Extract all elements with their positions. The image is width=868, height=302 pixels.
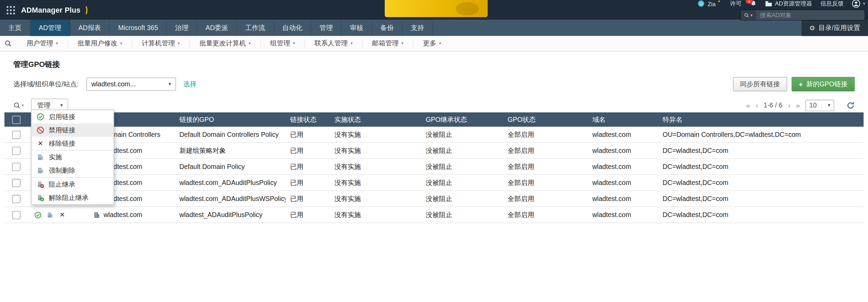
column-header-linked-gpo[interactable]: 链接的GPO: [175, 115, 286, 125]
sync-all-links-button[interactable]: 同步所有链接: [733, 77, 787, 91]
row-checkbox[interactable]: [12, 146, 20, 155]
domain-selector-row: 选择域/组织单位/站点: wladtest.com... ▾ 选择 同步所有链接…: [4, 77, 864, 91]
menu-item-block-inheritance[interactable]: 阻止继承: [31, 177, 113, 191]
row-distinguished-name: DC=wladtest,DC=com: [658, 147, 864, 155]
tab-governance[interactable]: 治理: [167, 20, 197, 36]
user-menu-button[interactable]: ▾: [852, 0, 865, 8]
column-header-domain[interactable]: 域名: [588, 115, 658, 125]
tab-ad-management[interactable]: AD管理: [30, 20, 70, 36]
select-link[interactable]: 选择: [183, 80, 197, 89]
table-header-row: 链接的GPO 链接状态 实施状态 GPO继承状态 GPO状态 域名 特异名: [4, 112, 864, 127]
tab-admin[interactable]: 管理: [311, 20, 342, 36]
tab-home[interactable]: 主页: [0, 20, 30, 36]
table-row[interactable]: ✕ wladtest.com 新建组策略对象 已用 没有实施 没被阻止 全部启用…: [4, 143, 864, 159]
domain-app-settings-button[interactable]: ⚙ 目录/应用设置: [801, 20, 868, 36]
row-checkbox[interactable]: [12, 211, 20, 219]
zia-button[interactable]: Zia ✦: [698, 0, 722, 7]
menu-item-disable-link[interactable]: 禁用链接: [31, 124, 113, 137]
page-size-dropdown[interactable]: 10 ▾: [806, 99, 834, 111]
row-checkbox-cell: [4, 162, 28, 171]
row-distinguished-name: DC=wladtest,DC=com: [658, 163, 864, 171]
subnav-item-more[interactable]: 更多▾: [413, 39, 451, 47]
subnav-search-button[interactable]: [4, 40, 12, 47]
subnav-item-contact-management[interactable]: 联系人管理▾: [304, 39, 362, 47]
tab-audit[interactable]: 审核: [342, 20, 372, 36]
table-body: ✕ Domain Controllers Default Domain Cont…: [4, 127, 864, 223]
row-gpo-status: 全部启用: [503, 210, 588, 220]
enable-link-icon[interactable]: [34, 211, 42, 218]
row-gpo-status: 全部启用: [503, 162, 588, 172]
apps-grid-icon[interactable]: [6, 6, 15, 14]
remove-link-icon[interactable]: ✕: [59, 211, 66, 218]
column-header-distinguished-name[interactable]: 特异名: [658, 115, 864, 125]
promo-banner-art: [455, 2, 479, 15]
new-gpo-link-button[interactable]: + 新的GPO链接: [792, 77, 855, 91]
domain-ou-site-dropdown[interactable]: wladtest.com... ▾: [86, 77, 176, 91]
previous-page-icon[interactable]: ‹: [756, 102, 758, 109]
app-logo[interactable]: ADManager Plus: [21, 5, 88, 15]
table-row[interactable]: ✕ wladtest.com wladtest.com_ADAuditPlusW…: [4, 191, 864, 207]
license-label: 许可: [730, 0, 742, 8]
next-page-icon[interactable]: ›: [788, 102, 790, 109]
tab-support[interactable]: 支持: [403, 20, 433, 36]
promo-banner[interactable]: [385, 0, 488, 17]
license-button[interactable]: 许可: [730, 0, 742, 8]
zia-label: Zia: [708, 0, 716, 7]
column-header-enforce-status[interactable]: 实施状态: [330, 115, 421, 125]
row-checkbox[interactable]: [12, 162, 20, 171]
ad-object-search: ▾: [740, 10, 865, 20]
subnav-item-bulk-user-modification[interactable]: 批量用户修改▾: [68, 39, 132, 47]
folder-icon: [765, 1, 772, 7]
menu-item-enable-link[interactable]: 启用链接: [31, 110, 113, 124]
menu-item-enforce[interactable]: 实施: [31, 150, 113, 164]
user-avatar-icon: [852, 0, 860, 8]
column-header-inheritance-status[interactable]: GPO继承状态: [421, 115, 503, 125]
menu-item-unblock-inheritance[interactable]: 解除阻止继承: [31, 191, 113, 204]
tab-backup[interactable]: 备份: [372, 20, 402, 36]
row-checkbox[interactable]: [12, 178, 20, 187]
search-input[interactable]: [756, 10, 865, 20]
subnav-item-computer-management[interactable]: 计算机管理▾: [132, 39, 189, 47]
subnav-item-user-management[interactable]: 用户管理▾: [17, 39, 68, 47]
last-page-icon[interactable]: »: [796, 102, 800, 109]
subnav-item-mailbox-management[interactable]: 邮箱管理▾: [362, 39, 413, 47]
ad-explorer-label: AD资源管理器: [775, 0, 812, 8]
row-checkbox[interactable]: [12, 195, 20, 203]
select-all-checkbox[interactable]: [12, 115, 20, 124]
tab-automation[interactable]: 自动化: [274, 20, 311, 36]
top-header-bar: ADManager Plus Zia ✦ 许可 1: [0, 0, 868, 20]
table-row[interactable]: ✕ Domain Controllers Default Domain Cont…: [4, 127, 864, 143]
tab-ad-reports[interactable]: AD报表: [70, 20, 110, 36]
row-gpo-status: 全部启用: [503, 178, 588, 188]
ad-explorer-button[interactable]: AD资源管理器: [765, 0, 812, 8]
tab-ad-delegation[interactable]: AD委派: [197, 20, 237, 36]
chevron-down-icon: ▾: [401, 41, 404, 46]
column-header-gpo-status[interactable]: GPO状态: [503, 115, 588, 125]
column-header-link-status[interactable]: 链接状态: [286, 115, 330, 125]
subnav-item-group-management[interactable]: 组管理▾: [260, 39, 305, 47]
notifications-button[interactable]: 1: [750, 0, 756, 7]
chevron-down-icon: ▾: [828, 102, 830, 108]
subnav-item-bulk-computer-modification[interactable]: 批量更改计算机▾: [189, 39, 260, 47]
chevron-down-icon: ▾: [350, 41, 353, 46]
menu-item-remove-link[interactable]: ✕ 移除链接: [31, 137, 113, 150]
row-domain: wladtest.com: [588, 211, 658, 219]
gear-icon: ⚙: [809, 24, 815, 32]
search-icon: [744, 13, 749, 18]
tab-workflow[interactable]: 工作流: [237, 20, 274, 36]
gpo-links-table: 链接的GPO 链接状态 实施状态 GPO继承状态 GPO状态 域名 特异名 ✕: [4, 112, 864, 223]
gpo-block-icon: [37, 181, 44, 188]
feedback-button[interactable]: 信息反馈: [820, 0, 843, 8]
chevron-down-icon: ▾: [21, 103, 24, 108]
table-row[interactable]: ✕ wladtest.com wladtest_ADAuditPlusPolic…: [4, 207, 864, 223]
tab-microsoft-365[interactable]: Microsoft 365: [110, 20, 167, 36]
table-row[interactable]: ✕ wladtest.com wladtest.com_ADAuditPlusP…: [4, 175, 864, 191]
menu-item-force-delete[interactable]: 强制删除: [31, 164, 113, 177]
table-row[interactable]: ✕ wladtest.com Default Domain Policy 已用 …: [4, 159, 864, 175]
search-scope-button[interactable]: ▾: [741, 10, 756, 20]
refresh-button[interactable]: [847, 101, 855, 109]
row-checkbox[interactable]: [12, 130, 20, 139]
column-search-button[interactable]: ▾: [13, 102, 24, 109]
first-page-icon[interactable]: «: [746, 102, 750, 109]
enforce-link-icon[interactable]: [46, 211, 54, 218]
